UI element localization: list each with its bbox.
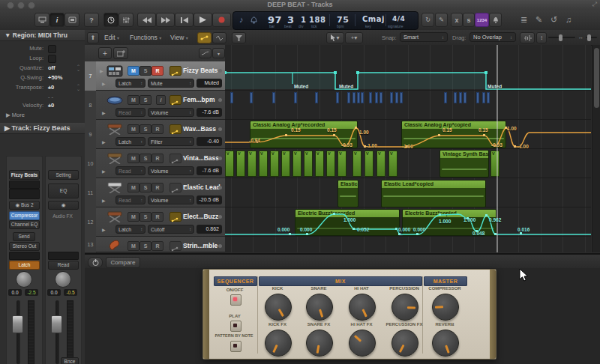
- automation-param-dropdown[interactable]: Volume↕: [148, 166, 194, 175]
- record-button[interactable]: [212, 13, 231, 27]
- track-header-wav-bass[interactable]: M S R Wav...Bass ▶ Latch↕ Filter↕ -0.40: [96, 120, 225, 149]
- track-name[interactable]: Elect...Buzz: [183, 213, 218, 220]
- inspector-button[interactable]: i: [50, 13, 64, 27]
- hihat-fx-knob[interactable]: [349, 330, 376, 357]
- automation-enabled-icon[interactable]: [170, 66, 182, 76]
- region-slice[interactable]: V: [338, 151, 346, 177]
- count-in-button[interactable]: [104, 13, 118, 27]
- transpose-value[interactable]: ±0: [48, 84, 54, 91]
- more-disclosure[interactable]: ▶ More: [6, 112, 25, 118]
- eq-thumbnail[interactable]: [9, 189, 40, 199]
- track-mute-button[interactable]: M: [128, 241, 140, 251]
- horizontal-zoom-handle[interactable]: [587, 34, 591, 41]
- automation-param-dropdown[interactable]: Volume↕: [148, 195, 194, 204]
- quantize-stepper[interactable]: ⌃⌄: [76, 65, 80, 71]
- snare-fx-knob[interactable]: [306, 330, 333, 357]
- percussion-fx-knob[interactable]: [392, 330, 418, 357]
- track-on-indicator[interactable]: [218, 69, 222, 73]
- bounce-button[interactable]: Bnce: [61, 357, 79, 364]
- automation-mode-dropdown[interactable]: Read↕: [116, 166, 146, 175]
- send-slot[interactable]: Send: [13, 232, 35, 241]
- automation-disclosure[interactable]: ▶: [102, 81, 106, 86]
- track-solo-button[interactable]: S: [140, 124, 152, 134]
- strip-setting-button[interactable]: Setting: [48, 170, 79, 180]
- track-on-indicator[interactable]: [218, 98, 222, 102]
- velocity-value[interactable]: ±0: [48, 102, 54, 109]
- volume-value[interactable]: -0.5: [64, 289, 77, 296]
- track-record-button[interactable]: R: [152, 154, 164, 163]
- pan-knob[interactable]: [55, 271, 71, 288]
- track-name[interactable]: Elastic Lead: [183, 183, 220, 191]
- gain-reduction-slot[interactable]: ◉: [48, 201, 79, 210]
- flex-button[interactable]: [212, 32, 226, 43]
- region-slice[interactable]: V: [326, 151, 335, 177]
- region-slice[interactable]: V: [315, 151, 324, 177]
- region-elastic-lead[interactable]: Elastic L: [338, 180, 358, 207]
- track-on-indicator[interactable]: [218, 215, 222, 219]
- region-slice[interactable]: V: [388, 151, 398, 177]
- track-solo-button[interactable]: S: [140, 212, 152, 222]
- play-button[interactable]: [194, 13, 212, 27]
- group-slot[interactable]: [9, 252, 40, 260]
- automation-value[interactable]: -0.40: [196, 137, 222, 146]
- region-slice[interactable]: V: [236, 151, 245, 177]
- left-click-tool-menu[interactable]: ▾: [326, 32, 344, 43]
- region-slice[interactable]: V: [490, 151, 500, 177]
- automation-close-button[interactable]: ⬆: [87, 32, 99, 43]
- strip-setting-button[interactable]: Fizzy Beats: [9, 170, 40, 180]
- quick-help-button[interactable]: ?: [84, 13, 99, 27]
- automation-disabled-icon[interactable]: [170, 241, 182, 251]
- region-slice[interactable]: V: [270, 151, 279, 177]
- mixer-button[interactable]: [118, 13, 134, 27]
- track-header-fizzy-beats[interactable]: ▶ M S R Fizzy Beats ▶ Latch↕ Mute↕ Muted: [96, 61, 225, 91]
- region-inspector-header[interactable]: ▼ Region: MIDI Thru: [0, 30, 85, 41]
- track-name[interactable]: Wav...Bass: [183, 125, 216, 133]
- group-slot[interactable]: [48, 252, 79, 260]
- region-slice[interactable]: V: [304, 151, 313, 177]
- region-vintage-synth-bass[interactable]: Vintage Synth Bas: [440, 150, 489, 178]
- arrange-scrollbar[interactable]: [592, 45, 600, 252]
- region-elastic-lead-copied[interactable]: Elastic Lead*copied: [381, 180, 486, 207]
- solo-mode-button[interactable]: s: [463, 13, 475, 27]
- automation-enabled-icon[interactable]: [170, 124, 182, 134]
- automation-mode-read[interactable]: Read: [48, 261, 79, 270]
- vertical-zoom-button[interactable]: ↕: [536, 32, 547, 43]
- plugin-power-button[interactable]: [88, 257, 103, 268]
- track-name[interactable]: Strin...mble: [183, 242, 218, 249]
- lcd-div[interactable]: 1: [301, 16, 306, 24]
- collapse-tracks-button[interactable]: ▾: [212, 48, 225, 58]
- kick-fx-knob[interactable]: [265, 330, 292, 357]
- track-number[interactable]: 9: [85, 120, 97, 150]
- automation-value[interactable]: 0.862: [196, 225, 222, 234]
- reverb-knob[interactable]: [432, 330, 459, 357]
- input-monitor-button[interactable]: i: [156, 95, 166, 105]
- track-header-fem-bpm[interactable]: M S i Fem...bpm ▶ Read↕ Volume↕ -7.6 dB: [96, 91, 225, 120]
- track-header-elastic-lead[interactable]: M S R Elastic Lead ▶ Read↕ Volume↕ -20.5…: [96, 178, 225, 207]
- track-solo-button[interactable]: S: [140, 154, 152, 163]
- track-solo-button[interactable]: S: [140, 66, 152, 76]
- pan-knob[interactable]: [16, 271, 32, 288]
- compare-button[interactable]: Compare: [106, 257, 140, 268]
- track-mute-button[interactable]: M: [128, 183, 140, 192]
- autopunch-button[interactable]: ✎: [435, 13, 448, 27]
- functions-menu[interactable]: Functions ▾: [130, 34, 161, 41]
- track-name[interactable]: Vinta...Bass: [183, 154, 219, 162]
- quantize-value[interactable]: off: [48, 64, 56, 71]
- track-record-button[interactable]: R: [152, 66, 164, 76]
- rewind-button[interactable]: [137, 13, 156, 27]
- volume-fader[interactable]: [51, 315, 62, 333]
- region-slice[interactable]: V: [259, 151, 268, 177]
- library-button[interactable]: [34, 13, 50, 27]
- cycle-button[interactable]: ↻: [422, 13, 434, 27]
- snare-knob[interactable]: [306, 294, 333, 321]
- automation-mode-dropdown[interactable]: Latch↕: [116, 79, 146, 88]
- automation-param-dropdown[interactable]: Filter↕: [148, 137, 194, 146]
- view-menu[interactable]: View ▾: [170, 34, 188, 41]
- audio-fx-label[interactable]: Audio FX: [48, 213, 77, 219]
- list-editors-icon[interactable]: ≣: [520, 15, 527, 25]
- track-number[interactable]: 7: [85, 61, 97, 91]
- track-number[interactable]: 10: [85, 149, 97, 179]
- region-slice[interactable]: V: [248, 151, 256, 177]
- automation-disclosure[interactable]: ▶: [102, 139, 106, 145]
- automation-mode-latch[interactable]: Latch: [9, 261, 40, 270]
